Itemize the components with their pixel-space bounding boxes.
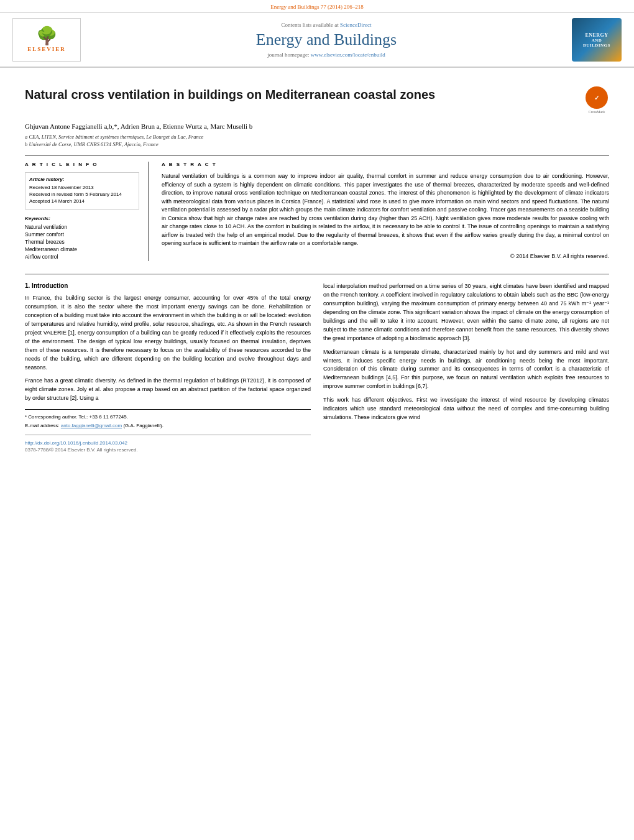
elsevier-brand-text: ELSEVIER — [27, 46, 66, 52]
affiliation-a: a CEA, LITEN, Service bâtiment et systèm… — [25, 134, 609, 140]
right-col-abstract: A B S T R A C T Natural ventilation of b… — [162, 162, 609, 261]
homepage-line: journal homepage: www.elsevier.com/locat… — [93, 52, 559, 58]
keyword-3: Thermal breezes — [25, 239, 139, 245]
authors-line: Ghjuvan Antone Faggianelli a,b,*, Adrien… — [25, 122, 609, 130]
homepage-link[interactable]: www.elsevier.com/locate/enbuild — [311, 52, 385, 58]
top-bar: Energy and Buildings 77 (2014) 206–218 — [0, 0, 634, 13]
intro-paragraph-4: Mediterranean climate is a temperate cli… — [323, 348, 609, 392]
sciencedirect-link[interactable]: ScienceDirect — [340, 22, 371, 28]
article-title-section: Natural cross ventilation in buildings o… — [25, 86, 609, 116]
journal-title-header: Energy and Buildings — [93, 30, 559, 49]
keywords-box: Keywords: Natural ventilation Summer com… — [25, 216, 139, 260]
elsevier-logo: 🌳 ELSEVIER — [12, 18, 81, 62]
logo-energy-text: ENERGY — [585, 32, 608, 38]
revised-date: Received in revised form 5 February 2014 — [29, 192, 135, 197]
doi-link[interactable]: http://dx.doi.org/10.1016/j.enbuild.2014… — [25, 440, 311, 446]
logo-and-text: AND — [592, 38, 602, 43]
logo-buildings-text: BUILDINGS — [583, 43, 610, 48]
accepted-date: Accepted 14 March 2014 — [29, 198, 135, 204]
article-info-heading: A R T I C L E I N F O — [25, 162, 139, 167]
email-suffix: (G.A. Faggianelli). — [123, 423, 163, 428]
intro-paragraph-5: This work has different objectives. Firs… — [323, 396, 609, 422]
intro-title: 1. Introduction — [25, 282, 311, 289]
keywords-label: Keywords: — [25, 216, 139, 221]
elsevier-logo-box: 🌳 ELSEVIER — [12, 18, 81, 62]
keyword-2: Summer comfort — [25, 231, 139, 238]
body-right: local interpolation method performed on … — [323, 282, 609, 453]
footnote-section: * Corresponding author. Tel.: +33 6 11 6… — [25, 409, 311, 452]
two-col-body: 1. Introduction In France, the building … — [25, 282, 609, 453]
separator — [25, 435, 311, 435]
journal-citation: Energy and Buildings 77 (2014) 206–218 — [270, 4, 364, 10]
history-label: Article history: — [29, 177, 135, 182]
journal-center: Contents lists available at ScienceDirec… — [93, 22, 559, 58]
affiliation-b: b Université de Corse, UMR CNRS 6134 SPE… — [25, 141, 609, 147]
received-1: Received 18 November 2013 — [29, 185, 135, 190]
main-content: Natural cross ventilation in buildings o… — [0, 68, 634, 459]
article-history-box: Article history: Received 18 November 20… — [25, 172, 139, 210]
footnote-corresponding: * Corresponding author. Tel.: +33 6 11 6… — [25, 413, 311, 420]
intro-paragraph-3: local interpolation method performed on … — [323, 282, 609, 343]
crossmark-badge: ✓ CrossMark — [584, 86, 609, 114]
header-section: 🌳 ELSEVIER Contents lists available at S… — [0, 13, 634, 68]
email-link[interactable]: anto.faggianelli@gmail.com — [61, 423, 122, 428]
crossmark-circle: ✓ — [586, 86, 608, 109]
contents-line: Contents lists available at ScienceDirec… — [93, 22, 559, 28]
footnote-email: E-mail address: anto.faggianelli@gmail.c… — [25, 422, 311, 429]
article-info-abstract: A R T I C L E I N F O Article history: R… — [25, 155, 609, 261]
left-col-info: A R T I C L E I N F O Article history: R… — [25, 162, 149, 261]
elsevier-tree-icon: 🌳 ELSEVIER — [16, 21, 78, 58]
intro-paragraph-2: France has a great climatic diversity. A… — [25, 377, 311, 403]
abstract-heading: A B S T R A C T — [162, 162, 609, 167]
email-label: E-mail address: — [25, 423, 60, 428]
body-left: 1. Introduction In France, the building … — [25, 282, 311, 453]
journal-logo: ENERGY AND BUILDINGS — [572, 18, 622, 62]
intro-paragraph-1: In France, the building sector is the la… — [25, 294, 311, 372]
keyword-5: Airflow control — [25, 254, 139, 260]
crossmark-label: CrossMark — [584, 110, 609, 114]
keyword-1: Natural ventilation — [25, 224, 139, 230]
affiliations: a CEA, LITEN, Service bâtiment et systèm… — [25, 134, 609, 147]
article-title: Natural cross ventilation in buildings o… — [25, 86, 578, 103]
keyword-4: Mediterranean climate — [25, 246, 139, 252]
tree-decoration: 🌳 — [36, 27, 58, 45]
issn-text: 0378-7788/© 2014 Elsevier B.V. All right… — [25, 447, 311, 453]
journal-logo-image: ENERGY AND BUILDINGS — [572, 18, 622, 62]
copyright-notice: © 2014 Elsevier B.V. All rights reserved… — [162, 253, 609, 259]
body-section: 1. Introduction In France, the building … — [25, 274, 609, 453]
abstract-body: Natural ventilation of buildings is a co… — [162, 172, 609, 248]
